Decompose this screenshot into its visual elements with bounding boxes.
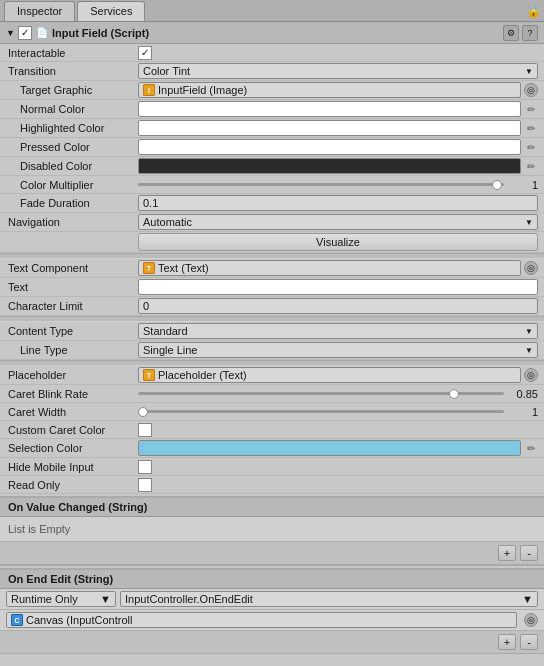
component-help-icon[interactable]: ? <box>522 25 538 41</box>
highlighted-color-label: Highlighted Color <box>8 122 138 134</box>
list-empty-label: List is Empty <box>0 517 544 542</box>
component-enabled-checkbox[interactable]: ✓ <box>18 26 32 40</box>
slider-thumb <box>138 407 148 417</box>
disabled-color-edit-icon[interactable]: ✏ <box>524 159 538 173</box>
transition-dropdown[interactable]: Color Tint ▼ <box>138 63 538 79</box>
canvas-row: C Canvas (InputControll ◎ <box>0 610 544 631</box>
normal-color-edit-icon[interactable]: ✏ <box>524 102 538 116</box>
pressed-color-label: Pressed Color <box>8 141 138 153</box>
chevron-down-icon: ▼ <box>525 218 533 227</box>
line-type-row: Line Type Single Line ▼ <box>0 341 544 360</box>
canvas-picker[interactable]: ◎ <box>524 613 538 627</box>
add-event-button[interactable]: + <box>498 545 516 561</box>
interactable-row: Interactable ✓ <box>0 44 544 62</box>
placeholder-icon: T <box>143 369 155 381</box>
method-dropdown[interactable]: InputController.OnEndEdit ▼ <box>120 591 538 607</box>
placeholder-label: Placeholder <box>8 369 138 381</box>
runtime-only-dropdown[interactable]: Runtime Only ▼ <box>6 591 116 607</box>
script-icon: 📄 <box>36 27 48 38</box>
text-component-field[interactable]: T Text (Text) <box>138 260 521 276</box>
custom-caret-color-row: Custom Caret Color <box>0 421 544 439</box>
custom-caret-color-label: Custom Caret Color <box>8 424 138 436</box>
color-multiplier-label: Color Multiplier <box>8 179 138 191</box>
character-limit-label: Character Limit <box>8 300 138 312</box>
navigation-label: Navigation <box>8 216 138 228</box>
color-multiplier-slider[interactable] <box>138 183 504 186</box>
add-end-edit-event-button[interactable]: + <box>498 634 516 650</box>
text-component-picker[interactable]: ◎ <box>524 261 538 275</box>
hide-mobile-input-checkbox[interactable] <box>138 460 152 474</box>
interactable-checkbox[interactable]: ✓ <box>138 46 152 60</box>
navigation-dropdown[interactable]: Automatic ▼ <box>138 214 538 230</box>
content-type-dropdown[interactable]: Standard ▼ <box>138 323 538 339</box>
selection-color-row: Selection Color ✏ <box>0 439 544 458</box>
normal-color-label: Normal Color <box>8 103 138 115</box>
highlighted-color-edit-icon[interactable]: ✏ <box>524 121 538 135</box>
image-icon: I <box>143 84 155 96</box>
selection-color-field[interactable] <box>138 440 521 456</box>
hide-mobile-input-label: Hide Mobile Input <box>8 461 138 473</box>
read-only-row: Read Only <box>0 476 544 494</box>
remove-event-button[interactable]: - <box>520 545 538 561</box>
caret-blink-rate-container: 0.85 <box>138 388 538 400</box>
text-input[interactable] <box>138 279 538 295</box>
on-end-edit-runtime-row: Runtime Only ▼ InputController.OnEndEdit… <box>0 589 544 610</box>
selection-color-edit-icon[interactable]: ✏ <box>524 441 538 455</box>
highlighted-color-row: Highlighted Color ✏ <box>0 119 544 138</box>
pressed-color-edit-icon[interactable]: ✏ <box>524 140 538 154</box>
component-title: Input Field (Script) <box>52 27 503 39</box>
hide-mobile-input-row: Hide Mobile Input <box>0 458 544 476</box>
target-graphic-row: Target Graphic I InputField (Image) ◎ <box>0 81 544 100</box>
fade-duration-field[interactable]: 0.1 <box>138 195 538 211</box>
highlighted-color-field[interactable] <box>138 120 521 136</box>
caret-blink-rate-value: 0.85 <box>508 388 538 400</box>
text-component-label: Text Component <box>8 262 138 274</box>
read-only-checkbox[interactable] <box>138 478 152 492</box>
normal-color-row: Normal Color ✏ <box>0 100 544 119</box>
component-header: ▼ ✓ 📄 Input Field (Script) ⚙ ? <box>0 22 544 44</box>
character-limit-field[interactable]: 0 <box>138 298 538 314</box>
custom-caret-color-checkbox[interactable] <box>138 423 152 437</box>
tab-inspector[interactable]: Inspector <box>4 1 75 21</box>
line-type-label: Line Type <box>8 344 138 356</box>
normal-color-field[interactable] <box>138 101 521 117</box>
caret-width-label: Caret Width <box>8 406 138 418</box>
fade-duration-row: Fade Duration 0.1 <box>0 194 544 213</box>
placeholder-picker[interactable]: ◎ <box>524 368 538 382</box>
fade-duration-label: Fade Duration <box>8 197 138 209</box>
character-limit-row: Character Limit 0 <box>0 297 544 316</box>
tab-services[interactable]: Services <box>77 1 145 21</box>
on-value-changed-section: On Value Changed (String) List is Empty … <box>0 496 544 566</box>
line-type-dropdown[interactable]: Single Line ▼ <box>138 342 538 358</box>
placeholder-row: Placeholder T Placeholder (Text) ◎ <box>0 366 544 385</box>
canvas-object-field[interactable]: C Canvas (InputControll <box>6 612 517 628</box>
caret-blink-rate-slider[interactable] <box>138 392 504 395</box>
disabled-color-row: Disabled Color ✏ <box>0 157 544 176</box>
collapse-arrow[interactable]: ▼ <box>6 28 15 38</box>
caret-blink-rate-row: Caret Blink Rate 0.85 <box>0 385 544 403</box>
interactable-label: Interactable <box>8 47 138 59</box>
chevron-down-icon: ▼ <box>100 593 111 605</box>
remove-end-edit-event-button[interactable]: - <box>520 634 538 650</box>
caret-width-slider[interactable] <box>138 410 504 413</box>
disabled-color-field[interactable] <box>138 158 521 174</box>
visualize-button[interactable]: Visualize <box>138 233 538 251</box>
tab-bar: Inspector Services 🔒 <box>0 0 544 22</box>
component-settings-icon[interactable]: ⚙ <box>503 25 519 41</box>
target-graphic-field[interactable]: I InputField (Image) <box>138 82 521 98</box>
transition-row: Transition Color Tint ▼ <box>0 62 544 81</box>
lock-icon[interactable]: 🔒 <box>526 4 540 18</box>
target-graphic-picker[interactable]: ◎ <box>524 83 538 97</box>
navigation-row: Navigation Automatic ▼ <box>0 213 544 232</box>
chevron-down-icon: ▼ <box>525 67 533 76</box>
component-actions: ⚙ ? <box>503 25 538 41</box>
on-end-edit-header: On End Edit (String) <box>0 570 544 589</box>
placeholder-field[interactable]: T Placeholder (Text) <box>138 367 521 383</box>
disabled-color-label: Disabled Color <box>8 160 138 172</box>
chevron-down-icon: ▼ <box>522 593 533 605</box>
color-multiplier-row: Color Multiplier 1 <box>0 176 544 194</box>
visualize-row: Visualize <box>0 232 544 253</box>
slider-thumb <box>449 389 459 399</box>
pressed-color-field[interactable] <box>138 139 521 155</box>
canvas-icon: C <box>11 614 23 626</box>
